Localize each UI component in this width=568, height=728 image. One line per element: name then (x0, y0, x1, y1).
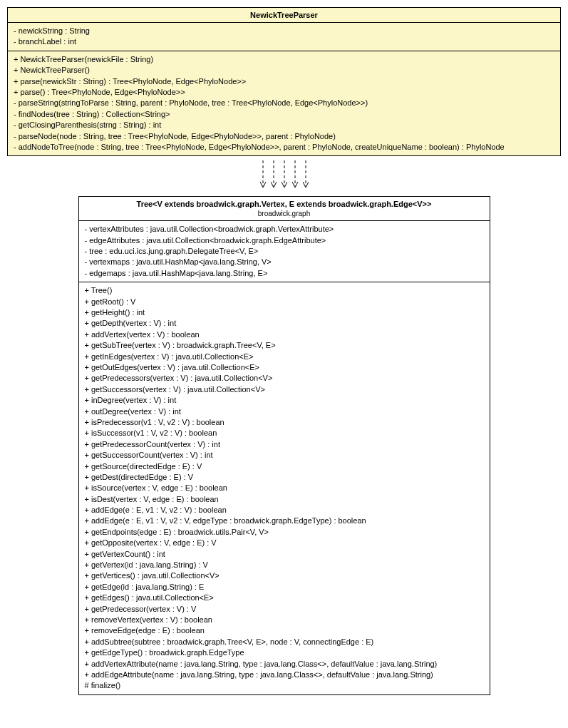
operation-row: + getRoot() : V (85, 297, 484, 307)
operation-row: + getOutEdges(vertex : V) : java.util.Co… (85, 362, 484, 373)
operation-row: + getPredecessors(vertex : V) : java.uti… (85, 373, 484, 384)
operation-row: + getSubTree(vertex : V) : broadwick.gra… (85, 340, 484, 351)
attribute-row: - vertexmaps : java.util.HashMap<java.la… (85, 257, 484, 267)
operation-row: # finalize() (85, 680, 484, 691)
class-title: NewickTreeParser (8, 8, 560, 23)
operation-row: + getOpposite(vertex : V, edge : E) : V (85, 538, 484, 548)
operation-row: + removeVertex(vertex : V) : boolean (85, 615, 484, 625)
operation-row: + getVertexCount() : int (85, 549, 484, 560)
operations-section: + NewickTreeParser(newickFile : String)+… (8, 51, 560, 156)
class-name: Tree<V extends broadwick.graph.Vertex, E… (137, 200, 432, 208)
class-package: broadwick.graph (83, 208, 485, 217)
operation-row: + getSource(directedEdge : E) : V (85, 461, 484, 472)
operation-row: + getInEdges(vertex : V) : java.util.Col… (85, 352, 484, 362)
operation-row: + addEdge(e : E, v1 : V, v2 : V, edgeTyp… (85, 516, 484, 526)
attribute-row: - edgemaps : java.util.HashMap<java.lang… (85, 268, 484, 279)
operation-row: + inDegree(vertex : V) : int (85, 395, 484, 406)
operation-row: + getEndpoints(edge : E) : broadwick.uti… (85, 527, 484, 538)
operation-row: + addSubtree(subtree : broadwick.graph.T… (85, 637, 484, 647)
operations-section: + Tree()+ getRoot() : V+ getHeight() : i… (79, 282, 490, 694)
operation-row: - parseString(stringToParse : String, pa… (14, 98, 554, 108)
attribute-row: - tree : edu.uci.ics.jung.graph.Delegate… (85, 246, 484, 257)
operation-row: + NewickTreeParser() (14, 65, 554, 76)
operation-row: + removeEdge(edge : E) : boolean (85, 625, 484, 636)
class-tree: Tree<V extends broadwick.graph.Vertex, E… (78, 196, 490, 694)
operation-row: + isSource(vertex : V, edge : E) : boole… (85, 483, 484, 493)
attribute-row: - newickString : String (14, 26, 554, 36)
attributes-section: - vertexAttributes : java.util.Collectio… (79, 221, 490, 282)
operation-row: + isDest(vertex : V, edge : E) : boolean (85, 494, 484, 505)
operation-row: + getSuccessors(vertex : V) : java.util.… (85, 384, 484, 395)
attribute-row: - branchLabel : int (14, 36, 554, 47)
operation-row: + getEdges() : java.util.Collection<E> (85, 593, 484, 603)
operation-row: + getSuccessorCount(vertex : V) : int (85, 450, 484, 461)
operation-row: + isPredecessor(v1 : V, v2 : V) : boolea… (85, 417, 484, 428)
operation-row: - parseNode(node : String, tree : Tree<P… (14, 131, 554, 142)
dependency-arrows (7, 156, 561, 196)
attribute-row: - edgeAttributes : java.util.Collection<… (85, 235, 484, 246)
operation-row: + addVertex(vertex : V) : boolean (85, 329, 484, 340)
attribute-row: - vertexAttributes : java.util.Collectio… (85, 224, 484, 235)
operation-row: + addEdgeAttribute(name : java.lang.Stri… (85, 670, 484, 680)
operation-row: + getDest(directedEdge : E) : V (85, 472, 484, 483)
class-title: Tree<V extends broadwick.graph.Vertex, E… (79, 197, 490, 221)
operation-row: - findNodes(tree : String) : Collection<… (14, 109, 554, 120)
operation-row: + addEdge(e : E, v1 : V, v2 : V) : boole… (85, 505, 484, 516)
operation-row: + getVertices() : java.util.Collection<V… (85, 570, 484, 581)
operation-row: + getHeight() : int (85, 307, 484, 318)
operation-row: + getPredecessor(vertex : V) : V (85, 604, 484, 615)
operation-row: + isSuccessor(v1 : V, v2 : V) : boolean (85, 428, 484, 439)
operation-row: + getEdgeType() : broadwick.graph.EdgeTy… (85, 647, 484, 658)
operation-row: + getPredecessorCount(vertex : V) : int (85, 439, 484, 450)
operation-row: + parse() : Tree<PhyloNode, Edge<PhyloNo… (14, 87, 554, 98)
operation-row: + getDepth(vertex : V) : int (85, 318, 484, 329)
attributes-section: - newickString : String- branchLabel : i… (8, 23, 560, 51)
operation-row: + outDegree(vertex : V) : int (85, 406, 484, 417)
operation-row: + addVertexAttribute(name : java.lang.St… (85, 659, 484, 670)
operation-row: - addNodeToTree(node : String, tree : Tr… (14, 142, 554, 153)
operation-row: + getEdge(id : java.lang.String) : E (85, 582, 484, 593)
operation-row: + parse(newickStr : String) : Tree<Phylo… (14, 76, 554, 87)
class-newicktreeparser: NewickTreeParser - newickString : String… (7, 7, 561, 156)
operation-row: + NewickTreeParser(newickFile : String) (14, 54, 554, 65)
operation-row: - getClosingParenthesis(strng : String) … (14, 120, 554, 130)
operation-row: + Tree() (85, 285, 484, 296)
operation-row: + getVertex(id : java.lang.String) : V (85, 560, 484, 570)
